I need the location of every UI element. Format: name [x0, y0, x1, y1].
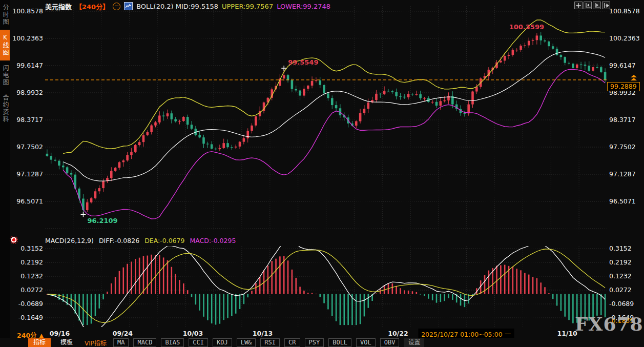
y-axis-label: 98.3717	[1, 116, 43, 124]
indicator-button-vol[interactable]: VOL	[356, 338, 376, 347]
chart-header: 美元指数 【240分】 − BOLL(20,2) MID:99.5158 UPP…	[45, 2, 330, 10]
y-axis-label: 100.8578	[609, 8, 640, 15]
macd-value-label: MACD:-0.0295	[190, 237, 236, 244]
indicator-button-kdj[interactable]: KDJ	[213, 338, 232, 347]
y-axis-label: 99.6147	[1, 62, 43, 69]
macd-header: MACD(26,12,9) DIFF:-0.0826 DEA:-0.0679 M…	[45, 237, 236, 244]
y-axis-label: 97.7502	[1, 144, 43, 151]
macd-y-label: 0.3152	[1, 245, 43, 252]
axis-pan-right-icon[interactable]	[593, 2, 601, 9]
boll-indicator-label: BOLL(20,2) MID:99.5158	[136, 3, 218, 10]
y-axis-label: 99.6147	[609, 62, 636, 69]
macd-y-label: 0.1232	[609, 273, 632, 280]
axis-pan-left-icon[interactable]	[584, 2, 592, 9]
x-axis-label: 10/22	[388, 330, 408, 337]
y-axis-label: 97.7502	[609, 144, 636, 151]
tab-kline-chart[interactable]: K线图	[0, 30, 10, 60]
macd-chart-canvas[interactable]	[45, 246, 607, 327]
macd-y-label: -0.0689	[609, 300, 634, 308]
x-axis-label: 11/10	[557, 330, 577, 337]
macd-y-label: -0.1649	[1, 314, 43, 321]
y-axis-label: 97.1287	[609, 171, 636, 178]
trading-app: 分时图K线图闪电图合约资料 美元指数 【240分】 − BOLL(20,2) M…	[0, 0, 644, 347]
y-axis-label: 98.9932	[1, 89, 43, 96]
macd-dea-label: DEA:-0.0679	[144, 237, 184, 244]
tab-indicators[interactable]: 指标	[28, 338, 51, 347]
y-axis-label: 96.5071	[1, 198, 43, 205]
indicator-button-rsi[interactable]: RSI	[260, 338, 280, 347]
macd-y-label: 0.2192	[609, 259, 632, 266]
x-axis-label: 10/03	[183, 330, 203, 337]
macd-diff-label: DIFF:-0.0826	[99, 237, 139, 244]
x-axis-label: 09/24	[113, 330, 133, 337]
svg-text:100.3599: 100.3599	[509, 23, 544, 31]
y-axis-label: 97.1287	[1, 171, 43, 178]
svg-text:96.2109: 96.2109	[87, 217, 117, 224]
crosshair-icon[interactable]	[574, 2, 583, 9]
indicator-button-cr[interactable]: CR	[284, 338, 300, 347]
svg-text:99.5549: 99.5549	[288, 58, 318, 66]
watermark: FX678	[575, 313, 643, 335]
macd-y-label: 0.1232	[1, 273, 43, 280]
x-axis-label: 10/13	[253, 330, 273, 337]
alert-icon	[11, 237, 17, 243]
y-axis-label: 100.2363	[609, 35, 640, 42]
macd-y-label: 0.0272	[609, 287, 632, 294]
axis-export-icon[interactable]	[602, 2, 610, 9]
period-label: 【240分】	[75, 2, 109, 11]
tab-time-share-chart[interactable]: 分时图	[0, 0, 10, 30]
y-axis-label: 98.3717	[609, 116, 636, 124]
settings-button[interactable]: 设置	[404, 338, 424, 347]
macd-y-label: 0.2192	[1, 259, 43, 266]
macd-y-label: -0.0689	[1, 300, 43, 308]
window-toolbar	[574, 2, 610, 9]
macd-y-label: 0.0272	[1, 287, 43, 294]
x-axis-label: 09/16	[50, 330, 70, 337]
tab-templates[interactable]: 模板	[55, 338, 78, 347]
indicator-button-ma[interactable]: MA	[113, 338, 129, 347]
indicator-button-macd[interactable]: MACD	[133, 338, 156, 347]
vip-indicators-button[interactable]: VIP指标	[82, 338, 109, 347]
bottom-toolbar: 指标模板VIP指标MAMACDBIASCCIKDJLW&RSICRPSYBOLL…	[0, 338, 644, 347]
y-axis-label: 100.8578	[1, 8, 43, 15]
collapse-icon[interactable]: −	[113, 3, 120, 10]
chart-type-icon	[124, 2, 133, 10]
y-axis-label: 100.2363	[1, 35, 43, 42]
price-chart-canvas[interactable]: 96.210999.5549100.3599	[45, 4, 607, 235]
macd-y-label: 0.3152	[609, 245, 632, 252]
indicator-button-obv[interactable]: OBV	[380, 338, 400, 347]
current-price-box: 99.2889	[607, 82, 640, 91]
indicator-button-psy[interactable]: PSY	[305, 338, 324, 347]
indicator-button-bias[interactable]: BIAS	[161, 338, 184, 347]
macd-indicator-label: MACD(26,12,9)	[45, 237, 94, 244]
y-axis-label: 96.5071	[609, 198, 636, 205]
indicator-button-boll[interactable]: BOLL	[328, 338, 351, 347]
indicator-button-cci[interactable]: CCI	[189, 338, 208, 347]
symbol-title: 美元指数	[45, 2, 72, 11]
boll-lower-label: LOWER:99.2748	[277, 3, 330, 10]
boll-upper-label: UPPER:99.7567	[222, 3, 273, 10]
indicator-button-lw[interactable]: LW&	[237, 338, 256, 347]
